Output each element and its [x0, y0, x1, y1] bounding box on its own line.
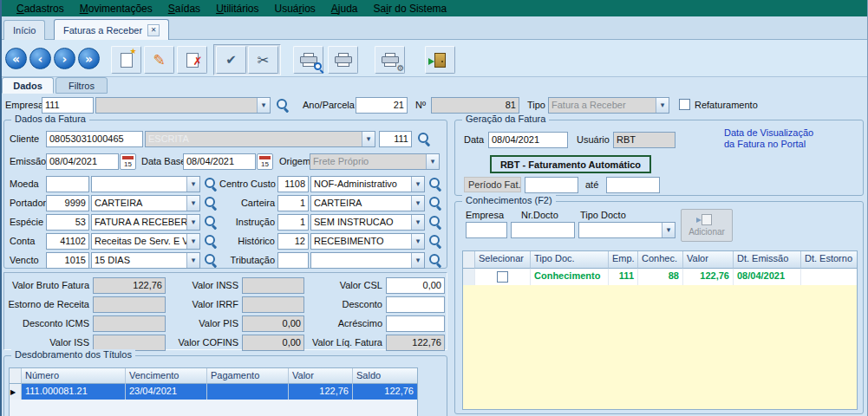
menu-usuarios[interactable]: Usuários: [266, 1, 323, 16]
desconto-field[interactable]: [386, 296, 445, 313]
cliente-nome-combo[interactable]: ESCRITA: [145, 131, 375, 147]
refaturamento-checkbox[interactable]: [679, 99, 690, 110]
tab-dados[interactable]: Dados: [2, 77, 54, 94]
conhec-tipo-docto-combo[interactable]: [578, 222, 675, 238]
conta-code-field[interactable]: 41102: [46, 233, 89, 250]
col-valor[interactable]: Valor: [289, 368, 353, 384]
instrucao-code-field[interactable]: 1: [277, 214, 309, 231]
menu-utilitarios[interactable]: Utilitários: [208, 1, 266, 16]
tab-inicio[interactable]: Início: [3, 20, 45, 40]
centro-custo-combo[interactable]: NOF-Administrativo: [310, 176, 425, 192]
centro-custo-search-icon[interactable]: [428, 177, 443, 192]
menu-sair-do-sistema[interactable]: Sair do Sistema: [366, 1, 455, 16]
chevron-down-icon[interactable]: [257, 98, 270, 113]
tributacao-combo[interactable]: [310, 252, 425, 269]
historico-combo[interactable]: RECEBIMENTO: [310, 233, 425, 250]
carteira-code-field[interactable]: 1: [277, 195, 309, 211]
print-preview-button[interactable]: [293, 46, 323, 74]
ano-parcela-field[interactable]: 21: [356, 97, 408, 114]
portador-combo[interactable]: CARTEIRA: [91, 195, 200, 211]
nav-last-button[interactable]: [78, 48, 100, 69]
chevron-down-icon[interactable]: [411, 177, 424, 192]
empresa-code-field[interactable]: 111: [42, 97, 94, 114]
nav-previous-button[interactable]: [29, 48, 51, 69]
moeda-code-field[interactable]: [46, 176, 89, 192]
chevron-down-icon[interactable]: [186, 215, 199, 230]
carteira-search-icon[interactable]: [428, 196, 443, 211]
periodo-ate-field[interactable]: [606, 177, 660, 193]
vencto-combo[interactable]: 15 DIAS: [91, 252, 200, 269]
col-dt-emissao[interactable]: Dt. Emissão: [734, 251, 801, 269]
col-tipo-doc[interactable]: Tipo Doc.: [531, 251, 609, 269]
vencto-search-icon[interactable]: [204, 253, 219, 268]
vencto-code-field[interactable]: 1015: [46, 252, 89, 269]
cancel-button[interactable]: [248, 46, 278, 74]
moeda-combo[interactable]: [91, 176, 200, 192]
new-record-button[interactable]: [111, 46, 141, 74]
portador-search-icon[interactable]: [204, 196, 219, 211]
tributacao-code-field[interactable]: [277, 252, 309, 269]
tab-filtros[interactable]: Filtros: [55, 77, 108, 94]
chevron-down-icon[interactable]: [186, 177, 199, 192]
especie-combo[interactable]: FATURA A RECEBER: [91, 214, 200, 231]
col-numero[interactable]: Número: [22, 368, 126, 384]
menu-movimentacoes[interactable]: Movimentações: [72, 1, 160, 16]
menu-ajuda[interactable]: Ajuda: [323, 1, 366, 16]
conhecimento-row[interactable]: Conhecimento 111 88 122,76 08/04/2021: [463, 269, 857, 285]
tab-faturas-a-receber[interactable]: Faturas a Receber: [54, 19, 169, 40]
col-pagamento[interactable]: Pagamento: [207, 368, 289, 384]
carteira-combo[interactable]: CARTEIRA: [310, 195, 425, 211]
confirm-button[interactable]: [216, 46, 246, 74]
valor-csl-field[interactable]: 0,00: [386, 277, 445, 294]
cliente-codigo-field[interactable]: 111: [379, 131, 412, 147]
nav-first-button[interactable]: [5, 48, 27, 69]
print-button[interactable]: [328, 46, 358, 74]
chevron-down-icon[interactable]: [186, 196, 199, 211]
emissao-calendar-icon[interactable]: 15: [120, 153, 136, 170]
chevron-down-icon[interactable]: [186, 234, 199, 249]
moeda-search-icon[interactable]: [204, 177, 219, 192]
emissao-field[interactable]: 08/04/2021: [46, 153, 119, 170]
empresa-name-combo[interactable]: [95, 97, 271, 114]
instrucao-combo[interactable]: SEM INSTRUCAO: [310, 214, 425, 231]
titulo-row[interactable]: 111.000081.21 23/04/2021 122,76 122,76: [10, 384, 417, 400]
col-selecionar[interactable]: Selecionar: [475, 251, 531, 269]
conhec-empresa-field[interactable]: [466, 222, 507, 238]
col-vencimento[interactable]: Vencimento: [126, 368, 207, 384]
col-emp[interactable]: Emp.: [609, 251, 638, 269]
chevron-down-icon[interactable]: [411, 234, 424, 249]
data-base-field[interactable]: 08/04/2021: [183, 153, 256, 170]
chevron-down-icon[interactable]: [411, 196, 424, 211]
instrucao-search-icon[interactable]: [428, 215, 443, 230]
tab-close-icon[interactable]: [147, 24, 160, 36]
chevron-down-icon[interactable]: [411, 253, 424, 268]
chevron-down-icon[interactable]: [411, 215, 424, 230]
menu-cadastros[interactable]: Cadastros: [9, 1, 72, 16]
conta-search-icon[interactable]: [204, 234, 219, 249]
edit-button[interactable]: [144, 46, 174, 74]
menu-saidas[interactable]: Saídas: [160, 1, 208, 16]
especie-search-icon[interactable]: [204, 215, 219, 230]
cliente-documento-field[interactable]: 08053031000465: [46, 131, 143, 147]
adicionar-button[interactable]: Adicionar: [681, 209, 733, 242]
col-valor[interactable]: Valor: [683, 251, 734, 269]
col-conhec[interactable]: Conhec.: [638, 251, 683, 269]
periodo-de-field[interactable]: [525, 177, 578, 193]
delete-button[interactable]: [177, 46, 207, 74]
empresa-search-icon[interactable]: [276, 98, 290, 113]
acrescimo-field[interactable]: [386, 315, 445, 332]
col-dt-estorno[interactable]: Dt. Estorno: [801, 251, 858, 269]
especie-code-field[interactable]: 53: [46, 214, 89, 231]
chevron-down-icon[interactable]: [362, 132, 375, 146]
print-setup-button[interactable]: [375, 46, 405, 74]
cliente-search-icon[interactable]: [417, 132, 432, 146]
exit-button[interactable]: [425, 46, 455, 74]
historico-search-icon[interactable]: [428, 234, 443, 249]
portador-code-field[interactable]: 9999: [46, 195, 89, 211]
historico-code-field[interactable]: 12: [277, 233, 309, 250]
data-base-calendar-icon[interactable]: 15: [257, 153, 273, 170]
data-field[interactable]: 08/04/2021: [488, 132, 568, 148]
chevron-down-icon[interactable]: [186, 253, 199, 268]
tributacao-search-icon[interactable]: [428, 253, 443, 268]
nav-next-button[interactable]: [54, 48, 75, 69]
